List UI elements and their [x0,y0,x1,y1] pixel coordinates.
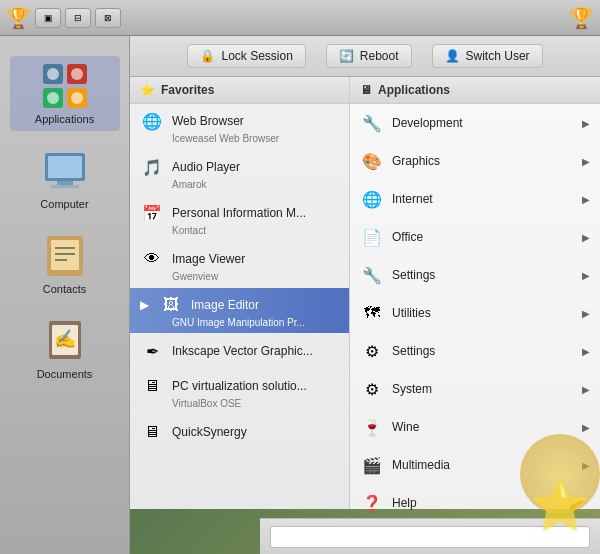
favorites-header: ⭐ Favorites [130,77,349,104]
applications-panel: 🖥 Applications 🔧 Development ▶ 🎨 Graphic… [350,77,600,509]
sidebar-item-applications[interactable]: Applications [10,56,120,131]
utilities-label: Utilities [392,306,574,320]
system-label: System [392,382,574,396]
svg-point-5 [71,68,83,80]
app-item-utilities[interactable]: 🗺 Utilities ▶ [350,294,600,332]
web-browser-icon: 🌐 [140,109,164,133]
app-item-help[interactable]: ❓ Help [350,484,600,522]
lock-session-button[interactable]: 🔒 Lock Session [187,44,305,68]
fav-item-image-editor[interactable]: ▶ 🖼 Image Editor GNU Image Manipulation … [130,288,349,334]
fav-item-audio-player[interactable]: 🎵 Audio Player Amarok [130,150,349,196]
reboot-button[interactable]: 🔄 Reboot [326,44,412,68]
fav-item-virtualbox[interactable]: 🖥 PC virtualization solutio... VirtualBo… [130,369,349,415]
switch-user-button[interactable]: 👤 Switch User [432,44,543,68]
internet-icon: 🌐 [360,187,384,211]
computer-icon [41,147,89,195]
sidebar-item-contacts[interactable]: Contacts [10,226,120,301]
switch-user-label: Switch User [466,49,530,63]
office-label: Office [392,230,574,244]
sidebar-label-applications: Applications [35,113,94,125]
image-editor-sub: GNU Image Manipulation Pr... [172,317,339,328]
help-label: Help [392,496,590,510]
search-input[interactable] [270,526,590,548]
internet-label: Internet [392,192,574,206]
internet-arrow: ▶ [582,194,590,205]
svg-rect-11 [51,185,79,188]
reboot-icon: 🔄 [339,49,354,63]
graphics-arrow: ▶ [582,156,590,167]
svg-rect-9 [48,156,82,178]
virtualbox-sub: VirtualBox OSE [172,398,339,409]
fav-item-inkscape[interactable]: ✒ Inkscape Vector Graphic... [130,334,349,369]
settings-1-icon: 🔧 [360,263,384,287]
window-btn-3[interactable]: ⊠ [95,8,121,28]
fav-item-personal-info[interactable]: 📅 Personal Information M... Kontact [130,196,349,242]
utilities-icon: 🗺 [360,301,384,325]
svg-point-7 [71,92,83,104]
sidebar-item-computer[interactable]: Computer [10,141,120,216]
fav-item-web-browser[interactable]: 🌐 Web Browser Iceweasel Web Browser [130,104,349,150]
office-arrow: ▶ [582,232,590,243]
sidebar-label-documents: Documents [37,368,93,380]
audio-player-icon: 🎵 [140,155,164,179]
system-icon: ⚙ [360,377,384,401]
app-item-development[interactable]: 🔧 Development ▶ [350,104,600,142]
web-browser-sub: Iceweasel Web Browser [172,133,339,144]
utilities-arrow: ▶ [582,308,590,319]
lock-icon: 🔒 [200,49,215,63]
wine-icon: 🍷 [360,415,384,439]
quicksynergy-icon: 🖥 [140,420,164,444]
inkscape-icon: ✒ [140,339,164,363]
audio-player-sub: Amarok [172,179,339,190]
sidebar-label-contacts: Contacts [43,283,86,295]
panel: Applications Computer [0,36,600,554]
multimedia-arrow: ▶ [582,460,590,471]
settings-2-arrow: ▶ [582,346,590,357]
quicksynergy-title: QuickSynergy [172,425,247,439]
app-item-office[interactable]: 📄 Office ▶ [350,218,600,256]
image-viewer-sub: Gwenview [172,271,339,282]
settings-2-label: Settings [392,344,574,358]
fav-item-quicksynergy[interactable]: 🖥 QuickSynergy [130,415,349,450]
system-arrow: ▶ [582,384,590,395]
svg-point-6 [47,92,59,104]
office-icon: 📄 [360,225,384,249]
app-item-settings-2[interactable]: ⚙ Settings ▶ [350,332,600,370]
applications-icon [41,62,89,110]
star-icon: ⭐ [140,83,155,97]
personal-info-icon: 📅 [140,201,164,225]
menus-wrapper: ⭐ Favorites 🌐 Web Browser Iceweasel Web … [130,77,600,509]
app-item-settings-1[interactable]: 🔧 Settings ▶ [350,256,600,294]
window-btn-2[interactable]: ⊟ [65,8,91,28]
wine-arrow: ▶ [582,422,590,433]
development-icon: 🔧 [360,111,384,135]
svg-rect-10 [57,181,73,185]
web-browser-title: Web Browser [172,114,244,128]
virtualbox-title: PC virtualization solutio... [172,379,307,393]
app-item-internet[interactable]: 🌐 Internet ▶ [350,180,600,218]
taskbar: 🏆 ▣ ⊟ ⊠ 🏆 [0,0,600,36]
favorites-header-label: Favorites [161,83,214,97]
top-buttons-bar: 🔒 Lock Session 🔄 Reboot 👤 Switch User [130,36,600,77]
svg-point-4 [47,68,59,80]
app-item-system[interactable]: ⚙ System ▶ [350,370,600,408]
audio-player-title: Audio Player [172,160,240,174]
development-label: Development [392,116,574,130]
app-item-graphics[interactable]: 🎨 Graphics ▶ [350,142,600,180]
sidebar: Applications Computer [0,36,130,554]
menu-container: 🔒 Lock Session 🔄 Reboot 👤 Switch User ⭐ … [130,36,600,554]
app-item-multimedia[interactable]: 🎬 Multimedia ▶ [350,446,600,484]
trophy-right-icon: 🏆 [569,6,594,30]
applications-header-label: Applications [378,83,450,97]
switch-user-icon: 👤 [445,49,460,63]
sidebar-item-documents[interactable]: ✍ Documents [10,311,120,386]
play-indicator-icon: ▶ [140,298,149,312]
documents-icon: ✍ [41,317,89,365]
favorites-panel: ⭐ Favorites 🌐 Web Browser Iceweasel Web … [130,77,350,509]
window-btn-1[interactable]: ▣ [35,8,61,28]
image-editor-title: Image Editor [191,298,259,312]
fav-item-image-viewer[interactable]: 👁 Image Viewer Gwenview [130,242,349,288]
personal-info-title: Personal Information M... [172,206,306,220]
app-item-wine[interactable]: 🍷 Wine ▶ [350,408,600,446]
help-icon: ❓ [360,491,384,515]
